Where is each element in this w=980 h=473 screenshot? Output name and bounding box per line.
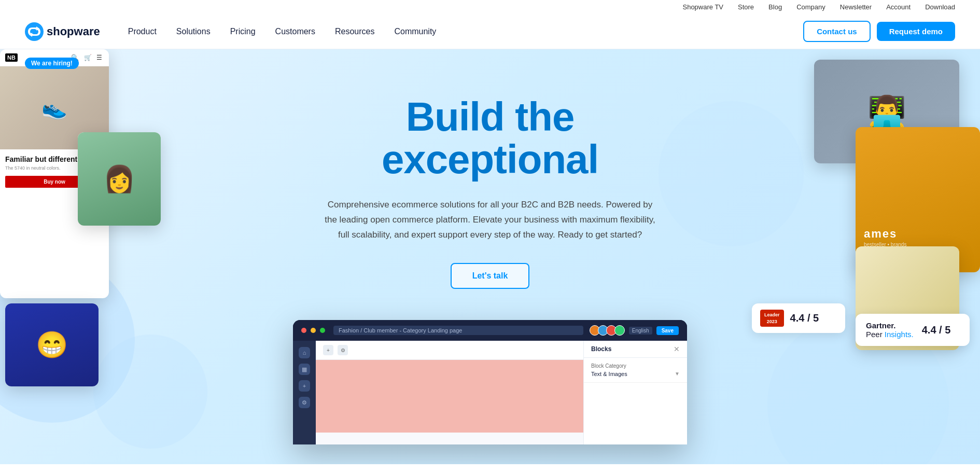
window-close-btn[interactable]: [301, 328, 306, 333]
gartner-card: Gartner. Peer Insights. 4.4 / 5: [856, 314, 970, 346]
panel-close-icon[interactable]: ✕: [674, 345, 680, 353]
screenshot-girl-card: 👩: [78, 132, 161, 226]
hero-content: Build the exceptional Comprehensive ecom…: [324, 49, 656, 310]
logo-text: shopware: [47, 25, 100, 38]
nav-product[interactable]: Product: [121, 23, 164, 40]
sidebar-layout-icon[interactable]: ▦: [299, 364, 310, 375]
topbar-link-newsletter[interactable]: Newsletter: [840, 3, 872, 11]
request-demo-button[interactable]: Request demo: [877, 22, 955, 41]
left-screenshots: NB 🔍 🛒 ☰ 👟 Familiar but different The 57…: [0, 49, 145, 454]
window-min-btn[interactable]: [311, 328, 316, 333]
avatar-4: [614, 325, 625, 336]
editor-canvas: + ⚙: [316, 341, 583, 444]
leader-badge-card: Leader2023 4.4 / 5: [752, 303, 845, 333]
nav-community[interactable]: Community: [387, 23, 443, 40]
sidebar-plus-icon[interactable]: +: [299, 380, 310, 392]
hero-title-line1: Build the: [406, 94, 575, 140]
nav-actions: Contact us Request demo: [803, 21, 955, 42]
nav-solutions[interactable]: Solutions: [169, 23, 218, 40]
panel-section-1: Block Category Text & Images ▼: [584, 358, 687, 383]
canvas-toolbar: + ⚙: [316, 341, 583, 360]
panel-section1-value: Text & Images ▼: [591, 371, 680, 377]
editor-breadcrumb: Fashion / Club member - Category Landing…: [333, 326, 583, 335]
canvas-add-icon[interactable]: +: [323, 345, 333, 355]
nav-links: Product Solutions Pricing Customers Reso…: [121, 23, 803, 40]
canvas-settings-icon[interactable]: ⚙: [338, 345, 348, 355]
topbar-link-blog[interactable]: Blog: [768, 3, 782, 11]
hero-title-line2: exceptional: [382, 136, 598, 182]
top-bar: Shopware TV Store Blog Company Newslette…: [0, 0, 980, 14]
editor-save-button[interactable]: Save: [656, 326, 679, 335]
leader-rating: 4.4 / 5: [790, 312, 819, 324]
nav-resources[interactable]: Resources: [328, 23, 382, 40]
shopware-logo-icon: [25, 22, 44, 41]
editor-right-panel: Blocks ✕ Block Category Text & Images ▼: [583, 341, 687, 444]
panel-title: Blocks: [591, 345, 611, 353]
gartner-logo: Gartner.: [866, 321, 914, 330]
leader-badge: Leader2023: [760, 310, 784, 327]
lets-talk-button[interactable]: Let's talk: [451, 263, 530, 289]
panel-header: Blocks ✕: [584, 341, 687, 358]
editor-language[interactable]: English: [629, 327, 652, 335]
sidebar-home-icon[interactable]: ⌂: [299, 347, 310, 358]
hero-subtitle: Comprehensive ecommerce solutions for al…: [324, 198, 656, 243]
contact-button[interactable]: Contact us: [803, 21, 871, 42]
editor-avatars: [592, 325, 625, 336]
woman-image: 😁: [5, 303, 99, 386]
screenshot-woman-card: 😁: [5, 303, 99, 386]
nav-pricing[interactable]: Pricing: [223, 23, 263, 40]
topbar-link-shopwaretv[interactable]: Shopware TV: [682, 3, 723, 11]
panel-chevron-icon: ▼: [675, 371, 680, 377]
nb-logo: NB: [5, 53, 18, 62]
logo[interactable]: shopware: [25, 22, 100, 41]
topbar-link-account[interactable]: Account: [886, 3, 911, 11]
gartner-insights-text: Insights: [885, 330, 912, 339]
ames-title: ames: [864, 227, 897, 241]
editor-titlebar: Fashion / Club member - Category Landing…: [293, 320, 687, 341]
editor-sidebar: ⌂ ▦ + ⚙: [293, 341, 316, 444]
topbar-link-download[interactable]: Download: [925, 3, 955, 11]
nav-customers[interactable]: Customers: [268, 23, 323, 40]
navbar: shopware Product Solutions Pricing Custo…: [0, 14, 980, 49]
topbar-link-store[interactable]: Store: [738, 3, 754, 11]
topbar-link-company[interactable]: Company: [796, 3, 825, 11]
panel-section1-label: Block Category: [591, 363, 680, 369]
window-max-btn[interactable]: [320, 328, 325, 333]
hiring-badge[interactable]: We are hiring!: [25, 58, 79, 69]
editor-body: ⌂ ▦ + ⚙ + ⚙ Blocks ✕: [293, 341, 687, 444]
gartner-rating: 4.4 / 5: [922, 324, 951, 336]
gartner-peer-insights: Peer Insights.: [866, 330, 914, 339]
hero-section: We are hiring! NB 🔍 🛒 ☰ 👟 Familiar but d…: [0, 49, 980, 464]
hero-title: Build the exceptional: [324, 96, 656, 181]
right-panels: 👨‍💻 ames bestseller • brands Discover Fe…: [762, 60, 980, 464]
editor-window: Fashion / Club member - Category Landing…: [293, 320, 687, 444]
girl-image: 👩: [78, 132, 161, 226]
sidebar-settings-icon[interactable]: ⚙: [299, 397, 310, 408]
editor-preview: Fashion / Club member - Category Landing…: [293, 320, 687, 444]
canvas-content: [316, 360, 583, 433]
editor-controls: English Save: [592, 325, 679, 336]
svg-point-0: [25, 22, 44, 41]
